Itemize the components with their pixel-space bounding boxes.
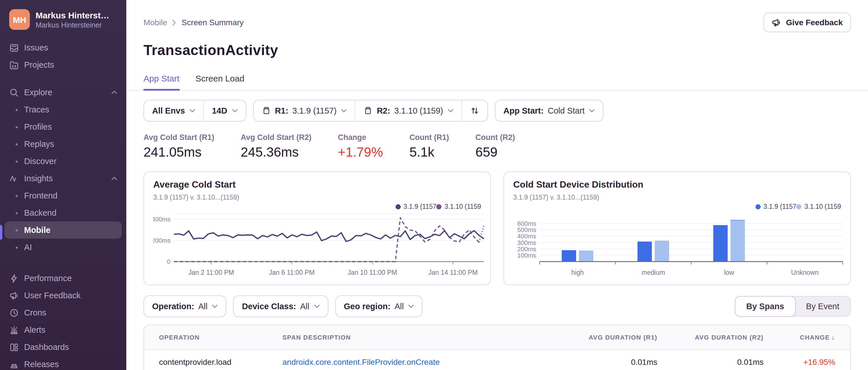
- bullet-icon: •: [9, 208, 24, 217]
- cell-operation: contentprovider.load: [159, 358, 282, 367]
- bar-chart: 100ms200ms300ms400ms500ms600mshighmedium…: [513, 211, 841, 280]
- svg-text:high: high: [571, 269, 584, 276]
- chevron-down-icon: [189, 109, 195, 112]
- stat-label: Avg Cold Start (R2): [241, 133, 312, 142]
- cell-span-description-link[interactable]: androidx.core.content.FileProvider.onCre…: [282, 358, 548, 367]
- cell-avg-duration-r2: 0.01ms: [657, 358, 764, 367]
- device-class-label: Device Class:: [242, 302, 296, 311]
- tab-screen-load[interactable]: Screen Load: [195, 73, 244, 91]
- sidebar-item-user-feedback[interactable]: User Feedback: [5, 287, 122, 304]
- sidebar-item-backend[interactable]: •Backend: [5, 204, 122, 222]
- col-avg-duration-r1[interactable]: AVG DURATION (R1): [548, 334, 657, 341]
- env-filter-dropdown[interactable]: All Envs: [144, 100, 203, 121]
- chevron-down-icon: [589, 109, 595, 112]
- stat-value: 245.36ms: [241, 144, 312, 160]
- release1-dropdown[interactable]: R1: 3.1.9 (1157): [254, 100, 355, 121]
- legend-item[interactable]: 3.1.10 (1159: [437, 203, 481, 210]
- sidebar-item-label: Frontend: [24, 191, 57, 200]
- release2-value: 3.1.10 (1159): [394, 106, 443, 115]
- tab-bar: App Start Screen Load: [126, 73, 868, 91]
- span-filter-row: Operation: All Device Class: All Geo reg…: [144, 295, 851, 317]
- col-avg-duration-r2[interactable]: AVG DURATION (R2): [657, 334, 764, 341]
- legend-dot: [755, 204, 761, 209]
- device-class-value: All: [300, 302, 309, 311]
- chevron-up-icon[interactable]: [112, 177, 117, 180]
- legend-item[interactable]: 3.1.10 (1159: [797, 203, 841, 210]
- svg-text:Jan 2 11:00 PM: Jan 2 11:00 PM: [188, 269, 234, 276]
- release-box-icon: [364, 106, 373, 115]
- app-start-type-value: Cold Start: [548, 106, 585, 115]
- chart-subtitle: 3.1.9 (1157) v. 3.1.10...(1159): [153, 194, 481, 201]
- sidebar-item-label: Projects: [24, 60, 54, 69]
- chevron-up-icon[interactable]: [112, 91, 117, 94]
- lightning-icon: [9, 273, 24, 283]
- sidebar-item-label: Mobile: [24, 226, 51, 235]
- date-range-dropdown[interactable]: 14D: [204, 100, 245, 121]
- swap-releases-button[interactable]: [462, 100, 487, 121]
- swap-arrows-icon: [470, 106, 479, 115]
- user-name: Markus Hinterst…: [36, 10, 110, 20]
- bullet-icon: •: [9, 243, 24, 251]
- stat-value: 659: [475, 144, 515, 160]
- env-date-filter: All Envs 14D: [144, 100, 246, 122]
- chevron-down-icon: [212, 305, 218, 308]
- bullet-icon: •: [9, 105, 24, 114]
- svg-text:500ms: 500ms: [517, 226, 536, 233]
- sidebar-item-profiles[interactable]: •Profiles: [5, 118, 122, 135]
- chart-subtitle: 3.1.9 (1157) v. 3.1.10...(1159): [513, 194, 841, 201]
- device-distribution-card: Cold Start Device Distribution 3.1.9 (11…: [503, 171, 851, 285]
- toggle-by-event[interactable]: By Event: [795, 297, 850, 316]
- give-feedback-button[interactable]: Give Feedback: [764, 12, 851, 32]
- sidebar-item-performance[interactable]: Performance: [5, 270, 122, 287]
- breadcrumb-mobile[interactable]: Mobile: [144, 18, 167, 27]
- env-filter-value: All Envs: [152, 106, 185, 115]
- table-row: contentprovider.load androidx.core.conte…: [144, 350, 850, 370]
- sidebar-item-issues[interactable]: Issues: [5, 39, 122, 56]
- stats-row: Avg Cold Start (R1) 241.05ms Avg Cold St…: [144, 133, 851, 160]
- sidebar-item-frontend[interactable]: •Frontend: [5, 187, 122, 204]
- sidebar-item-releases[interactable]: Releases: [5, 356, 122, 370]
- sidebar-item-replays[interactable]: •Replays: [5, 135, 122, 153]
- sidebar-item-ai[interactable]: •AI: [5, 239, 122, 256]
- sidebar-item-crons[interactable]: Crons: [5, 304, 122, 321]
- sidebar-item-projects[interactable]: Projects: [5, 56, 122, 73]
- stat-label: Change: [338, 133, 383, 142]
- col-operation[interactable]: OPERATION: [159, 334, 282, 341]
- svg-text:medium: medium: [642, 269, 665, 276]
- stat-change: Change +1.79%: [338, 133, 383, 160]
- device-class-dropdown[interactable]: Device Class: All: [234, 296, 328, 317]
- legend-item[interactable]: 3.1.9 (1157: [396, 203, 437, 210]
- geo-region-dropdown[interactable]: Geo region: All: [336, 296, 422, 317]
- main-content: Mobile Screen Summary Give Feedback Tran…: [126, 0, 868, 370]
- release1-value: 3.1.9 (1157): [292, 106, 336, 115]
- toggle-by-spans[interactable]: By Spans: [735, 296, 796, 317]
- sidebar-group-insights[interactable]: Insights: [5, 170, 122, 187]
- sort-desc-icon: ↓: [832, 333, 835, 341]
- sidebar-group-explore[interactable]: Explore: [5, 84, 122, 101]
- svg-text:low: low: [724, 269, 734, 276]
- app-start-type-dropdown[interactable]: App Start: Cold Start: [495, 100, 603, 121]
- geo-region-value: All: [395, 302, 404, 311]
- col-change[interactable]: CHANGE↓: [764, 333, 835, 341]
- megaphone-icon: [772, 18, 781, 27]
- sidebar-item-discover[interactable]: •Discover: [5, 153, 122, 170]
- sidebar-item-traces[interactable]: •Traces: [5, 101, 122, 118]
- chevron-right-icon: [173, 19, 177, 26]
- sidebar-item-dashboards[interactable]: Dashboards: [5, 338, 122, 356]
- sidebar-item-label: Discover: [24, 157, 57, 166]
- col-span-description[interactable]: SPAN DESCRIPTION: [282, 334, 548, 341]
- legend-item[interactable]: 3.1.9 (1157: [755, 203, 797, 210]
- avatar[interactable]: MH: [9, 9, 30, 30]
- org-switcher[interactable]: MH Markus Hinterst… Markus Hintersteiner: [0, 0, 126, 34]
- svg-text:Unknown: Unknown: [791, 269, 818, 276]
- release2-dropdown[interactable]: R2: 3.1.10 (1159): [355, 100, 462, 121]
- operation-dropdown[interactable]: Operation: All: [144, 296, 226, 317]
- stat-avg-cold-start-r2: Avg Cold Start (R2) 245.36ms: [241, 133, 312, 160]
- release-box-icon: [262, 106, 271, 115]
- sidebar-item-mobile[interactable]: •Mobile: [5, 222, 122, 239]
- chevron-down-icon: [448, 109, 454, 112]
- table-header: OPERATION SPAN DESCRIPTION AVG DURATION …: [144, 325, 850, 350]
- cell-avg-duration-r1: 0.01ms: [548, 358, 657, 367]
- sidebar-item-alerts[interactable]: Alerts: [5, 321, 122, 338]
- tab-app-start[interactable]: App Start: [144, 73, 179, 91]
